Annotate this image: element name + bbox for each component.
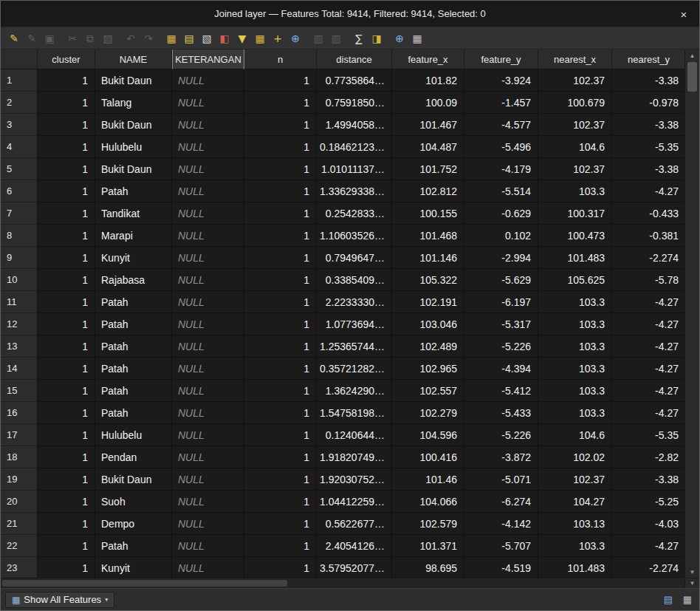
cell-n[interactable]: 1 [244, 313, 317, 335]
cell-nearest_x[interactable]: 104.6 [538, 424, 612, 446]
cell-distance[interactable]: 1.01011137… [317, 158, 392, 180]
cell-feature_x[interactable]: 100.155 [392, 202, 464, 225]
cell-name[interactable]: Pendan [95, 446, 172, 468]
cell-feature_x[interactable]: 101.146 [392, 247, 464, 269]
cell-n[interactable]: 1 [244, 335, 317, 358]
cell-distance[interactable]: 3.57952077… [317, 557, 392, 578]
cell-distance[interactable]: 0.7591850… [317, 92, 392, 114]
cell-cluster[interactable]: 1 [38, 535, 95, 557]
row-number[interactable]: 22 [1, 535, 38, 557]
cell-name[interactable]: Bukit Daun [95, 114, 172, 136]
horizontal-scroll-thumb[interactable] [2, 580, 287, 587]
cell-nearest_y[interactable]: -5.35 [612, 424, 684, 446]
row-number[interactable]: 4 [1, 136, 38, 158]
form-view-icon[interactable]: ▤ [661, 593, 676, 607]
cell-distance[interactable]: 1.4994058… [317, 114, 392, 136]
cell-nearest_x[interactable]: 103.3 [538, 380, 612, 402]
cell-n[interactable]: 1 [244, 202, 317, 225]
cell-cluster[interactable]: 1 [38, 380, 95, 402]
cell-keterangan[interactable]: NULL [172, 225, 244, 247]
select-all-corner[interactable] [1, 50, 38, 69]
cell-feature_y[interactable]: -5.707 [464, 535, 538, 557]
cell-cluster[interactable]: 1 [38, 468, 95, 491]
cell-feature_y[interactable]: -1.457 [464, 92, 538, 114]
cell-distance[interactable]: 1.33629338… [317, 180, 392, 202]
row-number[interactable]: 16 [1, 402, 38, 424]
column-header-distance[interactable]: distance [317, 50, 392, 69]
cell-nearest_y[interactable]: -0.978 [612, 92, 684, 114]
row-number[interactable]: 15 [1, 380, 38, 402]
cell-n[interactable]: 1 [244, 92, 317, 114]
cell-n[interactable]: 1 [244, 158, 317, 180]
cell-nearest_x[interactable]: 103.3 [538, 180, 612, 202]
cell-keterangan[interactable]: NULL [172, 358, 244, 380]
cell-n[interactable]: 1 [244, 513, 317, 535]
cell-feature_y[interactable]: -2.994 [464, 247, 538, 269]
cell-nearest_x[interactable]: 100.679 [538, 92, 612, 114]
cell-name[interactable]: Patah [95, 358, 172, 380]
cell-cluster[interactable]: 1 [38, 335, 95, 358]
cell-n[interactable]: 1 [244, 358, 317, 380]
cell-distance[interactable]: 1.54758198… [317, 402, 392, 424]
cell-nearest_y[interactable]: -4.27 [612, 380, 684, 402]
cell-cluster[interactable]: 1 [38, 92, 95, 114]
cell-name[interactable]: Patah [95, 291, 172, 313]
column-header-nearest_x[interactable]: nearest_x [538, 50, 612, 69]
cell-nearest_x[interactable]: 103.3 [538, 335, 612, 358]
cell-cluster[interactable]: 1 [38, 513, 95, 535]
cell-distance[interactable]: 1.04412259… [317, 491, 392, 513]
cell-feature_x[interactable]: 102.812 [392, 180, 464, 202]
cell-feature_x[interactable]: 105.322 [392, 269, 464, 291]
cell-name[interactable]: Patah [95, 402, 172, 424]
row-number[interactable]: 19 [1, 468, 38, 491]
cell-feature_y[interactable]: -5.226 [464, 335, 538, 358]
row-number[interactable]: 1 [1, 69, 38, 92]
cell-feature_y[interactable]: 0.102 [464, 225, 538, 247]
cell-keterangan[interactable]: NULL [172, 202, 244, 225]
cell-cluster[interactable]: 1 [38, 69, 95, 92]
cell-nearest_y[interactable]: -3.38 [612, 468, 684, 491]
vertical-scroll-thumb[interactable] [687, 62, 697, 92]
cell-distance[interactable]: 0.1240644… [317, 424, 392, 446]
row-number[interactable]: 9 [1, 247, 38, 269]
cell-cluster[interactable]: 1 [38, 180, 95, 202]
cell-n[interactable]: 1 [244, 180, 317, 202]
cell-distance[interactable]: 0.35721282… [317, 358, 392, 380]
column-header-feature_y[interactable]: feature_y [464, 50, 538, 69]
close-icon[interactable]: × [677, 7, 690, 21]
cell-feature_x[interactable]: 102.489 [392, 335, 464, 358]
cell-cluster[interactable]: 1 [38, 313, 95, 335]
cell-n[interactable]: 1 [244, 535, 317, 557]
move-selection-top-icon[interactable]: ▦ [252, 30, 268, 47]
delete-selected-icon[interactable]: ▦ [163, 30, 179, 47]
horizontal-scrollbar[interactable] [1, 578, 684, 588]
cell-keterangan[interactable]: NULL [172, 446, 244, 468]
cell-name[interactable]: Kunyit [95, 557, 172, 578]
cell-nearest_x[interactable]: 103.3 [538, 358, 612, 380]
cell-nearest_x[interactable]: 104.27 [538, 491, 612, 513]
cell-distance[interactable]: 0.18462123… [317, 136, 392, 158]
cell-n[interactable]: 1 [244, 402, 317, 424]
row-number[interactable]: 7 [1, 202, 38, 225]
row-number[interactable]: 11 [1, 291, 38, 313]
cell-nearest_y[interactable]: -2.274 [612, 247, 684, 269]
cell-name[interactable]: Suoh [95, 491, 172, 513]
cell-feature_x[interactable]: 101.82 [392, 69, 464, 92]
cell-feature_x[interactable]: 102.279 [392, 402, 464, 424]
cell-nearest_x[interactable]: 103.3 [538, 402, 612, 424]
cell-name[interactable]: Talang [95, 92, 172, 114]
cell-nearest_x[interactable]: 102.37 [538, 158, 612, 180]
zoom-to-selection-icon[interactable]: ⊕ [287, 30, 303, 47]
cell-nearest_y[interactable]: -4.27 [612, 358, 684, 380]
cell-keterangan[interactable]: NULL [172, 92, 244, 114]
search-icon[interactable]: ⊕ [391, 30, 408, 47]
row-number[interactable]: 13 [1, 335, 38, 358]
cell-distance[interactable]: 1.10603526… [317, 225, 392, 247]
scroll-down-icon[interactable]: ▼ [685, 566, 699, 578]
cell-keterangan[interactable]: NULL [172, 69, 244, 92]
cell-n[interactable]: 1 [244, 136, 317, 158]
cell-feature_x[interactable]: 100.416 [392, 446, 464, 468]
cell-nearest_y[interactable]: -4.27 [612, 535, 684, 557]
cell-cluster[interactable]: 1 [38, 225, 95, 247]
cell-cluster[interactable]: 1 [38, 291, 95, 313]
